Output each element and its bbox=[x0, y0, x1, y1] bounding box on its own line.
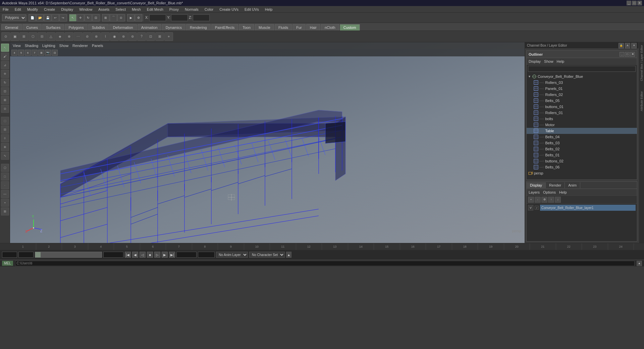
paint-select-btn[interactable]: 🖌 bbox=[1, 52, 9, 60]
outliner-max-btn[interactable]: □ bbox=[625, 52, 630, 57]
rotate-tool[interactable]: ↻ bbox=[85, 14, 92, 21]
shelf-icon-5[interactable]: ⊟ bbox=[38, 32, 46, 41]
tab-toon[interactable]: Toon bbox=[239, 24, 254, 31]
tab-fur[interactable]: Fur bbox=[292, 24, 306, 31]
view-menu[interactable]: View bbox=[13, 44, 21, 48]
move-tool[interactable]: ✛ bbox=[77, 14, 84, 21]
vp-grid-btn[interactable]: ⊞ bbox=[38, 50, 44, 56]
display-tab[interactable]: Display bbox=[527, 182, 546, 188]
last-tool-btn[interactable]: ⊞ bbox=[1, 96, 9, 104]
layer-options-btn[interactable]: ⚙ bbox=[541, 197, 547, 203]
shelf-icon-8[interactable]: ⊕ bbox=[65, 32, 73, 41]
outliner-min-btn[interactable]: _ bbox=[620, 52, 624, 57]
snap-curve[interactable]: ⌒ bbox=[110, 14, 117, 21]
shelf-icon-11[interactable]: ⊗ bbox=[92, 32, 101, 41]
anim-tab[interactable]: Anim bbox=[565, 182, 580, 188]
mode-dropdown[interactable]: Polygons bbox=[2, 14, 26, 21]
current-time-input[interactable]: 1.00 bbox=[18, 252, 34, 258]
mel-label[interactable]: MEL bbox=[2, 261, 13, 266]
outliner-item-belts04[interactable]: —○Belts_04 bbox=[527, 134, 637, 140]
outliner-item-belts02[interactable]: —○Belts_02 bbox=[527, 146, 637, 152]
outliner-item-belts06[interactable]: —○Belts_06 bbox=[527, 164, 637, 170]
tab-surfaces[interactable]: Surfaces bbox=[42, 24, 64, 31]
skip-back-btn[interactable]: |◀ bbox=[125, 252, 131, 258]
cb-attr-btn[interactable]: A bbox=[625, 43, 630, 48]
select-mode-btn[interactable]: ↖ bbox=[1, 44, 9, 52]
tab-curves[interactable]: Curves bbox=[22, 24, 42, 31]
shelf-icon-18[interactable]: ⊠ bbox=[155, 32, 164, 41]
delete-layer-btn[interactable]: - bbox=[535, 197, 541, 203]
outliner-item-rollers03[interactable]: —○Rollers_03 bbox=[527, 80, 637, 86]
outliner-item-buttons01[interactable]: —○buttons_01 bbox=[527, 104, 637, 110]
attribute-editor-strip-label[interactable]: Attribute Editor bbox=[640, 90, 643, 113]
menu-modify[interactable]: Modify bbox=[26, 7, 39, 12]
tab-rendering[interactable]: Rendering bbox=[186, 24, 211, 31]
outliner-search[interactable] bbox=[528, 66, 636, 72]
shelf-icon-1[interactable]: ⊙ bbox=[1, 32, 10, 41]
timeline-bar[interactable] bbox=[35, 252, 102, 258]
face-mode-btn[interactable]: ▪ bbox=[1, 199, 9, 207]
redo-button[interactable]: ↪ bbox=[59, 14, 67, 21]
shelf-icon-6[interactable]: △ bbox=[47, 32, 55, 41]
layer-name-label[interactable]: Conveyor_Belt_Roller_Blue_layer1 bbox=[540, 205, 636, 211]
outliner-close-btn[interactable]: ✕ bbox=[630, 52, 635, 57]
outliner-item-buttons02[interactable]: —○buttons_02 bbox=[527, 158, 637, 164]
snap-grid[interactable]: ⊞ bbox=[102, 14, 109, 21]
timeline-scroll-btn[interactable]: ▲ bbox=[286, 252, 291, 258]
range-end-input[interactable]: 24 bbox=[176, 252, 197, 258]
menu-select[interactable]: Select bbox=[114, 7, 127, 12]
expand-arrow[interactable]: ▼ bbox=[528, 75, 531, 78]
rotate-btn[interactable]: ↻ bbox=[1, 79, 9, 87]
open-button[interactable]: 📂 bbox=[36, 14, 44, 21]
menu-normals[interactable]: Normals bbox=[183, 7, 200, 12]
window-controls[interactable]: _ □ ✕ bbox=[627, 1, 642, 5]
y-input[interactable] bbox=[171, 14, 188, 21]
menu-assets[interactable]: Assets bbox=[97, 7, 111, 12]
sculpt-btn[interactable]: ◊ bbox=[1, 134, 9, 142]
tab-dynamics[interactable]: Dynamics bbox=[162, 24, 185, 31]
undo-button[interactable]: ↩ bbox=[52, 14, 59, 21]
menu-window[interactable]: Window bbox=[78, 7, 94, 12]
z-input[interactable] bbox=[193, 14, 210, 21]
skip-fwd-btn[interactable]: ▶| bbox=[169, 252, 175, 258]
channel-box-strip-label[interactable]: Channel Box / Layer Editor bbox=[640, 44, 643, 83]
outliner-item-bolts[interactable]: —○bolts bbox=[527, 116, 637, 122]
outliner-item-persp[interactable]: persp bbox=[527, 170, 637, 176]
outliner-help-menu[interactable]: Help bbox=[557, 59, 565, 63]
shelf-icon-14[interactable]: ⊛ bbox=[119, 32, 128, 41]
menu-create uvs[interactable]: Create UVs bbox=[218, 7, 240, 12]
play-range-end-input[interactable]: 1.00 bbox=[198, 252, 215, 258]
shelf-icon-2[interactable]: ▣ bbox=[10, 32, 19, 41]
tab-animation[interactable]: Animation bbox=[138, 24, 161, 31]
menu-edit[interactable]: Edit bbox=[13, 7, 22, 12]
tab-fluids[interactable]: Fluids bbox=[275, 24, 292, 31]
layer-item[interactable]: V / Conveyor_Belt_Roller_Blue_layer1 bbox=[528, 204, 636, 211]
viewport[interactable]: View Shading Lighting Show Renderer Pane… bbox=[10, 42, 525, 243]
layers-menu[interactable]: Layers bbox=[529, 190, 540, 194]
nonlinear-btn[interactable]: ∿ bbox=[1, 152, 9, 160]
lasso-btn[interactable]: ⊿ bbox=[1, 61, 9, 69]
shelf-icon-15[interactable]: ⊚ bbox=[128, 32, 137, 41]
shading-menu[interactable]: Shading bbox=[25, 44, 38, 48]
shelf-icon-3[interactable]: ⊞ bbox=[19, 32, 28, 41]
minimize-button[interactable]: _ bbox=[627, 1, 631, 5]
vp-shaded-btn[interactable]: 5 bbox=[18, 50, 24, 56]
outliner-item-rollers02[interactable]: —○Rollers_02 bbox=[527, 92, 637, 98]
move-btn[interactable]: ✛ bbox=[1, 70, 9, 78]
vp-camera-btn[interactable]: 📷 bbox=[45, 50, 51, 56]
outliner-item-motor[interactable]: —○Motor bbox=[527, 122, 637, 128]
cb-close-btn[interactable]: ✕ bbox=[631, 43, 637, 48]
tab-polygons[interactable]: Polygons bbox=[65, 24, 87, 31]
command-field[interactable]: C:\Users\ti bbox=[15, 261, 635, 266]
step-back-btn[interactable]: ◀ bbox=[132, 252, 138, 258]
renderer-menu[interactable]: Renderer bbox=[72, 44, 88, 48]
outliner-item-belts05[interactable]: —○Belts_05 bbox=[527, 98, 637, 104]
poly-select-btn[interactable]: ⬡ bbox=[1, 164, 9, 172]
uv-mode-btn[interactable]: ⊞ bbox=[1, 207, 9, 215]
play-back-btn[interactable]: ◁ bbox=[140, 252, 146, 258]
script-editor-btn[interactable]: ▲ bbox=[637, 261, 642, 266]
tab-hair[interactable]: Hair bbox=[306, 24, 320, 31]
edge-mode-btn[interactable]: — bbox=[1, 190, 9, 198]
shelf-icon-17[interactable]: ⊡ bbox=[146, 32, 155, 41]
outliner-item-table[interactable]: —○Table bbox=[527, 128, 637, 134]
